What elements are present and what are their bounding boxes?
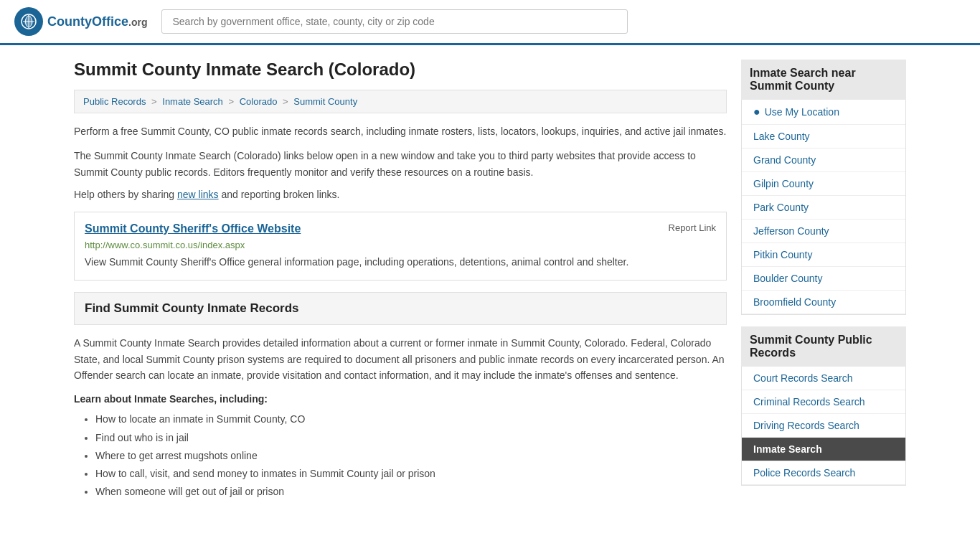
breadcrumb: Public Records > Inmate Search > Colorad… [74, 90, 727, 113]
sidebar-pitkin-county[interactable]: Pitkin County [742, 243, 905, 267]
sidebar-broomfield-county[interactable]: Broomfield County [742, 291, 905, 314]
page-title: Summit County Inmate Search (Colorado) [74, 60, 727, 80]
nearby-title: Inmate Search near Summit County [741, 60, 906, 100]
thirdparty-description: The Summit County Inmate Search (Colorad… [74, 148, 727, 180]
sidebar-lake-county[interactable]: Lake County [742, 125, 905, 149]
breadcrumb-sep-2: > [228, 96, 234, 107]
site-logo[interactable]: CountyOffice.org [14, 7, 147, 36]
sidebar-driving-records[interactable]: Driving Records Search [742, 414, 905, 438]
logo-icon [14, 7, 43, 36]
sidebar-criminal-records[interactable]: Criminal Records Search [742, 390, 905, 414]
sheriff-link-card: Summit County Sheriff's Office Website R… [74, 212, 727, 281]
sheriff-link-url[interactable]: http://www.co.summit.co.us/index.aspx [85, 240, 716, 250]
breadcrumb-colorado[interactable]: Colorado [240, 96, 278, 107]
bullet-3: Where to get arrest mugshots online [95, 447, 727, 465]
sidebar-gilpin-county[interactable]: Gilpin County [742, 172, 905, 196]
sheriff-link-description: View Summit County Sheriff's Office gene… [85, 255, 716, 270]
use-location-button[interactable]: ● Use My Location [742, 100, 905, 125]
use-location-label: Use My Location [765, 106, 839, 118]
breadcrumb-inmate-search[interactable]: Inmate Search [162, 96, 223, 107]
location-icon: ● [753, 105, 760, 118]
nearby-counties-list: ● Use My Location Lake County Grand Coun… [741, 100, 906, 315]
find-section-title: Find Summit County Inmate Records [85, 301, 716, 316]
intro-description: Perform a free Summit County, CO public … [74, 123, 727, 139]
sidebar: Inmate Search near Summit County ● Use M… [741, 60, 906, 501]
sidebar-inmate-search[interactable]: Inmate Search [742, 438, 905, 461]
find-section-heading: Find Summit County Inmate Records [74, 292, 727, 325]
bullet-1: How to locate an inmate in Summit County… [95, 410, 727, 428]
sidebar-court-records[interactable]: Court Records Search [742, 367, 905, 390]
breadcrumb-public-records[interactable]: Public Records [83, 96, 146, 107]
bullet-4: How to call, visit, and send money to in… [95, 465, 727, 483]
learn-heading: Learn about Inmate Searches, including: [74, 393, 727, 405]
site-header: CountyOffice.org [0, 0, 980, 45]
link-card-header: Summit County Sheriff's Office Website R… [85, 222, 716, 235]
find-section-description: A Summit County Inmate Search provides d… [74, 335, 727, 383]
public-records-title: Summit County Public Records [741, 326, 906, 367]
breadcrumb-sep-1: > [151, 96, 157, 107]
help-text: Help others by sharing new links and rep… [74, 189, 727, 200]
breadcrumb-summit-county[interactable]: Summit County [293, 96, 357, 107]
sidebar-park-county[interactable]: Park County [742, 196, 905, 220]
search-input[interactable] [161, 9, 628, 34]
sidebar-police-records[interactable]: Police Records Search [742, 461, 905, 485]
logo-text: CountyOffice.org [47, 14, 147, 29]
content-wrapper: Summit County Inmate Search (Colorado) P… [60, 45, 920, 515]
bullet-2: Find out who is in jail [95, 429, 727, 447]
sidebar-grand-county[interactable]: Grand County [742, 149, 905, 172]
bullet-5: When someone will get out of jail or pri… [95, 483, 727, 501]
sidebar-boulder-county[interactable]: Boulder County [742, 267, 905, 291]
search-bar[interactable] [161, 9, 628, 34]
public-records-list: Court Records Search Criminal Records Se… [741, 367, 906, 486]
sheriff-link-title[interactable]: Summit County Sheriff's Office Website [85, 222, 301, 235]
report-link-button[interactable]: Report Link [669, 222, 716, 233]
new-links-link[interactable]: new links [177, 189, 219, 200]
learn-bullets: How to locate an inmate in Summit County… [74, 410, 727, 501]
breadcrumb-sep-3: > [283, 96, 288, 107]
help-prefix: Help others by sharing [74, 189, 174, 200]
main-content: Summit County Inmate Search (Colorado) P… [74, 60, 727, 501]
sidebar-jefferson-county[interactable]: Jefferson County [742, 220, 905, 243]
